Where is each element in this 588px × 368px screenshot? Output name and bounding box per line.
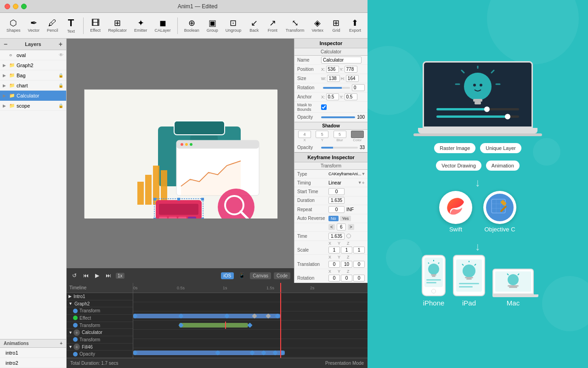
timeline-playhead[interactable] xyxy=(280,293,281,358)
anim-item-intro1[interactable]: intro1 xyxy=(0,348,66,358)
mask-checkbox[interactable] xyxy=(321,104,327,110)
shadow-color-picker[interactable] xyxy=(351,131,364,138)
pos-y-input[interactable] xyxy=(345,66,357,73)
speed-selector[interactable]: 1x xyxy=(116,273,124,279)
kf-scale-z[interactable]: 1 xyxy=(353,247,365,253)
add-track-btn[interactable]: + xyxy=(74,344,80,350)
layer-item-bag[interactable]: ▶ 📁 Bag 🔒 xyxy=(0,70,66,80)
shadow-blur-value[interactable]: 5 xyxy=(334,131,346,138)
tl-transform1-row[interactable]: Transform xyxy=(67,307,133,315)
tl-intro1-row[interactable]: ▶ Intro1 xyxy=(67,293,133,300)
shadow-x-value[interactable]: 4 xyxy=(298,131,311,138)
export-tool[interactable]: ⬆ Export xyxy=(346,17,364,34)
kf-rot-y[interactable]: 0 xyxy=(341,275,352,282)
anchor-y-input[interactable] xyxy=(345,93,357,100)
size-h-input[interactable] xyxy=(346,75,359,82)
layer-item-chart[interactable]: ▶ 📁 chart 🔒 xyxy=(0,80,66,91)
text-tool[interactable]: T Text xyxy=(63,16,79,35)
playhead[interactable] xyxy=(280,283,281,293)
layers-plus-btn[interactable]: + xyxy=(59,40,62,48)
add-track-btn[interactable]: + xyxy=(74,329,80,336)
kf-rot-x[interactable]: 0 xyxy=(328,275,340,282)
opacity-slider[interactable] xyxy=(321,116,355,118)
pos-x-input[interactable] xyxy=(326,66,339,73)
code-btn[interactable]: Code xyxy=(274,272,290,279)
front-tool[interactable]: ↗ Front xyxy=(264,17,281,34)
timeline-body: ▶ Intro1 ▼ Graph2 Transform xyxy=(67,293,368,358)
vector-tool[interactable]: ✒ Vector xyxy=(25,17,43,34)
canvas-main[interactable]: 🔒 xyxy=(67,39,294,268)
name-input[interactable] xyxy=(321,57,362,63)
shapes-tool[interactable]: ⬡ Shapes xyxy=(4,17,23,34)
rotation-input[interactable] xyxy=(352,84,365,91)
grid-tool[interactable]: ⊞ Grid xyxy=(328,17,345,34)
next-button[interactable]: ⏭ xyxy=(104,271,113,280)
kf-next-btn[interactable]: > xyxy=(348,224,354,230)
replicator-tool[interactable]: ⊞ Replicator xyxy=(106,17,130,34)
layer-item-calculator[interactable]: ▶ 📁 Calculator xyxy=(0,91,66,101)
kf-starttime-value[interactable]: 0 xyxy=(328,188,345,195)
svg-rect-29 xyxy=(201,198,204,201)
layer-item-graph2[interactable]: ▶ 📁 Graph2 xyxy=(0,60,66,70)
kf-timing-add[interactable]: + xyxy=(362,180,365,185)
restart-button[interactable]: ↺ xyxy=(70,271,79,280)
kf-yes-btn[interactable]: Yes xyxy=(340,216,351,221)
canvas-btn[interactable]: Canvas xyxy=(250,272,271,279)
layers-minus-btn[interactable]: − xyxy=(4,40,7,48)
anchor-x-input[interactable] xyxy=(326,93,339,100)
calayer-tool[interactable]: ◼ CALayer xyxy=(152,17,174,34)
kf-no-btn[interactable]: No xyxy=(328,216,339,221)
vertex-tool[interactable]: ◈ Vertex xyxy=(309,17,326,34)
pencil-tool[interactable]: 🖊 Pencil xyxy=(44,17,61,34)
ungroup-tool[interactable]: ⊡ Ungroup xyxy=(223,17,244,34)
anim-item-intro2[interactable]: intro2 xyxy=(0,358,66,368)
home-button[interactable] xyxy=(431,289,436,293)
svg-line-67 xyxy=(428,263,429,264)
animation-bar[interactable] xyxy=(133,314,280,318)
transform-tool[interactable]: ⤡ Transform xyxy=(283,17,307,34)
back-tool[interactable]: ↙ Back xyxy=(246,17,262,34)
canvas-area[interactable]: 🔒 xyxy=(67,39,294,283)
kf-type-arrow[interactable]: ▼ xyxy=(362,172,366,176)
kf-trans-y[interactable]: 10 xyxy=(341,261,352,268)
timeline-ruler[interactable]: 0s 0.5s 1s 1.5s 2s xyxy=(133,283,368,293)
kf-duration-value[interactable]: 1.635 xyxy=(328,197,345,204)
emitter-tool[interactable]: ✦ Emitter xyxy=(131,17,150,34)
boolean-tool[interactable]: ⊕ Boolean xyxy=(181,17,202,34)
play-button[interactable]: ▶ xyxy=(93,271,101,280)
kf-trans-x[interactable]: 0 xyxy=(328,261,340,268)
keyframe-diamond[interactable] xyxy=(247,322,252,328)
kf-timing-arrow[interactable]: ▼ xyxy=(358,180,362,185)
ios-platform-btn[interactable]: iOS xyxy=(221,272,234,279)
kf-rot-z[interactable]: 0 xyxy=(353,275,365,282)
animation-bar[interactable] xyxy=(179,323,248,328)
close-button[interactable] xyxy=(5,4,10,9)
maximize-button[interactable] xyxy=(21,4,27,9)
timeline-tracks-column[interactable] xyxy=(133,293,368,358)
layer-item-scope[interactable]: ▶ 📁 scope 🔒 xyxy=(0,101,66,111)
tl-calculator-row[interactable]: ▼ + Calculator xyxy=(67,329,133,336)
group-tool[interactable]: ▣ Group xyxy=(204,17,221,34)
minimize-button[interactable] xyxy=(13,4,18,9)
rotation-slider[interactable] xyxy=(323,87,350,89)
kf-repeat-value[interactable]: 0 xyxy=(328,206,345,213)
tl-transform3-row[interactable]: Transform xyxy=(67,336,133,344)
kf-prev-btn[interactable]: < xyxy=(328,224,335,230)
kf-scale-y[interactable]: 1 xyxy=(341,247,352,253)
kf-trans-z[interactable]: 0 xyxy=(353,261,365,268)
tl-effect-row[interactable]: Effect xyxy=(67,315,133,322)
tl-fill46-row[interactable]: ▼ + Fill46 xyxy=(67,344,133,351)
shadow-opacity-slider[interactable] xyxy=(321,147,358,149)
expand-icon: ▶ xyxy=(3,93,8,98)
kf-time-value[interactable]: 1.635 xyxy=(328,233,345,240)
tl-graph2-row[interactable]: ▼ Graph2 xyxy=(67,300,133,308)
layer-item-oval[interactable]: ○ oval 👁 xyxy=(0,50,66,60)
kf-scale-x[interactable]: 1 xyxy=(328,247,340,253)
prev-button[interactable]: ⏮ xyxy=(81,271,90,280)
shadow-y-value[interactable]: 5 xyxy=(316,131,328,138)
size-w-input[interactable] xyxy=(327,75,340,82)
animations-add-btn[interactable]: + xyxy=(60,341,62,346)
tl-opacity-row[interactable]: Opacity xyxy=(67,351,133,358)
effect-tool[interactable]: 🎞 Effect xyxy=(87,17,104,34)
tl-transform2-row[interactable]: Transform xyxy=(67,322,133,329)
